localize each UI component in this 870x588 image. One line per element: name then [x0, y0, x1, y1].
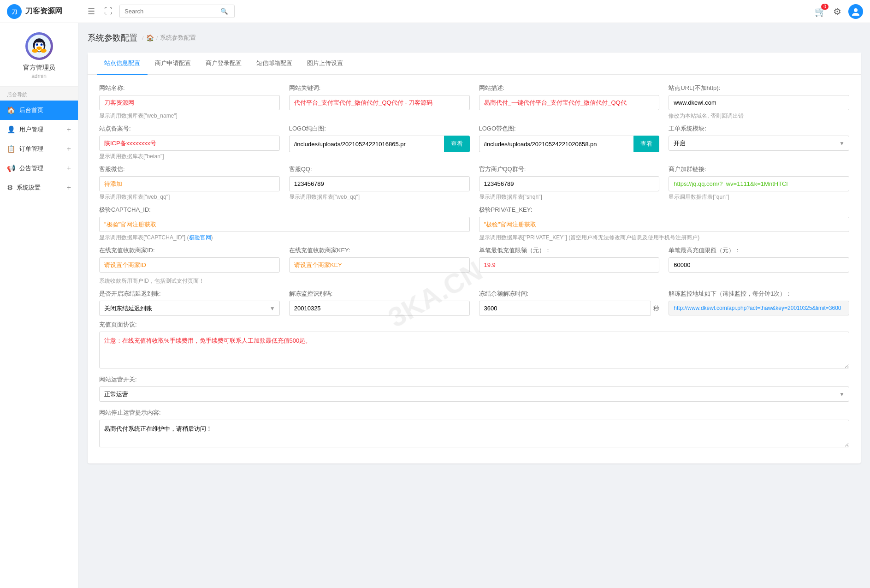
captcha-id-input[interactable] [99, 217, 470, 232]
site-desc-input[interactable] [479, 95, 660, 110]
logo-color-label: LOGO带色图: [479, 125, 660, 133]
captcha-id-group: 极验CAPTCHA_ID: 显示调用数据库表["CAPTCHA_ID"] (极验… [99, 206, 470, 242]
tabs-container: 站点信息配置 商户申请配置 商户登录配置 短信邮箱配置 图片上传设置 [88, 53, 861, 75]
stop-msg-label: 网站停止运营提示内容: [99, 409, 849, 417]
min-recharge-label: 单笔最低充值限额（元）： [479, 246, 660, 255]
search-input[interactable] [120, 5, 217, 18]
logo-icon: 刀 [7, 4, 22, 19]
freeze-redirect-label: 是否开启冻结延迟到账: [99, 290, 280, 298]
page-header: 系统参数配置 / 🏠 / 系统参数配置 [88, 32, 861, 43]
settings-nav-icon: ⚙ [7, 184, 13, 192]
sidebar-item-announcements[interactable]: 📢 公告管理 + [0, 159, 78, 178]
sidebar-user-info: 官方管理员 admin [0, 23, 78, 87]
sidebar-item-settings[interactable]: ⚙ 系统设置 + [0, 178, 78, 197]
private-key-group: 极验PRIVATE_KEY: 显示调用数据库表["PRIVATE_KEY"] (… [479, 206, 850, 242]
icp-input[interactable] [99, 136, 280, 151]
settings-button[interactable]: ⚙ [833, 6, 841, 17]
customer-wechat-input[interactable] [99, 176, 280, 191]
tab-merchant-apply[interactable]: 商户申请配置 [148, 53, 198, 75]
logo-white-view-btn[interactable]: 查看 [444, 136, 470, 152]
freeze-time-input[interactable] [479, 301, 651, 316]
hamburger-button[interactable]: ☰ [85, 4, 97, 19]
private-key-input[interactable] [479, 217, 850, 232]
logo-color-input-wrapper: 查看 [479, 136, 660, 152]
logo-color-input[interactable] [479, 136, 634, 152]
recharge-id-group: 在线充值收款商家ID: [99, 246, 280, 273]
svg-point-11 [41, 44, 42, 45]
max-recharge-input[interactable] [669, 257, 849, 273]
freeze-redirect-select-wrapper: 关闭东结延迟到账 开启冻结延迟到账 ▼ [99, 301, 280, 316]
site-url-label: 站点URL(不加http): [669, 84, 849, 92]
customer-qq-input[interactable] [289, 176, 470, 191]
freeze-url-display: http://www.dkewl.com/api.php?act=thaw&ke… [669, 301, 849, 315]
official-qq-input[interactable] [479, 176, 660, 191]
announcements-icon: 📢 [7, 164, 16, 172]
search-button[interactable]: 🔍 [217, 5, 232, 18]
merchant-join-input[interactable] [669, 176, 849, 191]
customer-qq-label: 客服QQ: [289, 165, 470, 173]
sidebar-item-dashboard-label: 后台首页 [19, 106, 43, 114]
sidebar-item-users-label: 用户管理 [19, 125, 43, 134]
min-recharge-input[interactable] [479, 257, 660, 273]
tab-merchant-login[interactable]: 商户登录配置 [198, 53, 249, 75]
user-avatar-button[interactable] [848, 4, 863, 19]
customer-wechat-group: 客服微信: 显示调用数据库表["web_qq"] [99, 165, 280, 201]
site-keywords-input[interactable] [289, 95, 470, 110]
icp-group: 站点备案号: 显示调用数据库表["beian"] [99, 125, 280, 160]
tab-site-info[interactable]: 站点信息配置 [97, 53, 148, 75]
recharge-id-input[interactable] [99, 257, 280, 273]
sidebar-username: 官方管理员 [23, 64, 55, 72]
freeze-code-input[interactable] [289, 301, 470, 316]
operation-select[interactable]: 正常运营 停止运营 [99, 386, 849, 402]
logo-white-input[interactable] [289, 136, 444, 152]
dashboard-icon: 🏠 [7, 106, 16, 114]
merchant-join-group: 商户加群链接: 显示调用数据库表["qun"] [669, 165, 849, 201]
customer-qq-hint: 显示调用数据库表["web_qq"] [289, 193, 470, 201]
settings-add-icon: + [67, 184, 71, 192]
site-name-label: 网站名称: [99, 84, 280, 92]
tab-sms-email[interactable]: 短信邮箱配置 [249, 53, 300, 75]
form-row-freeze: 是否开启冻结延迟到账: 关闭东结延迟到账 开启冻结延迟到账 ▼ 解冻监控识别码:… [99, 290, 849, 316]
recharge-key-label: 在线充值收款商家KEY: [289, 246, 470, 255]
svg-point-2 [854, 8, 858, 12]
sidebar-item-dashboard[interactable]: 🏠 后台首页 [0, 101, 78, 120]
logo-color-view-btn[interactable]: 查看 [633, 136, 659, 152]
header-right: 🛒 0 ⚙ [815, 4, 863, 19]
logo-white-label: LOGO纯白图: [289, 125, 470, 133]
official-qq-group: 官方商户QQ群号: 显示调用数据库表["shqh"] [479, 165, 660, 201]
sidebar-item-users[interactable]: 👤 用户管理 + [0, 120, 78, 139]
sidebar-item-orders-label: 订单管理 [19, 145, 43, 153]
recharge-key-group: 在线充值收款商家KEY: [289, 246, 470, 273]
header-controls: ☰ ⛶ 🔍 [85, 4, 815, 19]
sidebar-item-settings-label: 系统设置 [17, 184, 41, 192]
sidebar: 官方管理员 admin 后台导航 🏠 后台首页 👤 用户管理 + 📋 订单管理 … [0, 23, 78, 588]
recharge-key-input[interactable] [289, 257, 470, 273]
merchant-join-hint: 显示调用数据库表["qun"] [669, 193, 849, 201]
form-row-1: 网站名称: 显示调用数据库表["web_name"] 网站关键词: 网站描述: … [99, 84, 849, 120]
fullscreen-button[interactable]: ⛶ [102, 4, 115, 18]
operation-label: 网站运营开关: [99, 375, 849, 384]
captcha-id-hint: 显示调用数据库表["CAPTCHA_ID"] (极验官网) [99, 234, 470, 242]
captcha-link[interactable]: 极验官网 [189, 234, 211, 241]
max-recharge-label: 单笔最高充值限额（元）： [669, 246, 849, 255]
logo-white-group: LOGO纯白图: 查看 [289, 125, 470, 160]
site-name-input[interactable] [99, 95, 280, 110]
stop-msg-textarea[interactable]: 易商代付系统正在维护中，请稍后访问！ [99, 420, 849, 447]
freeze-code-label: 解冻监控识别码: [289, 290, 470, 298]
freeze-redirect-group: 是否开启冻结延迟到账: 关闭东结延迟到账 开启冻结延迟到账 ▼ [99, 290, 280, 316]
notification-button[interactable]: 🛒 0 [815, 6, 826, 17]
min-recharge-group: 单笔最低充值限额（元）： [479, 246, 660, 273]
main-content: 系统参数配置 / 🏠 / 系统参数配置 站点信息配置 商户申请配置 商户登录配置… [78, 23, 870, 588]
search-box: 🔍 [119, 5, 235, 18]
work-module-select[interactable]: 开启 关闭 [669, 136, 849, 151]
freeze-redirect-select[interactable]: 关闭东结延迟到账 开启冻结延迟到账 [99, 301, 280, 316]
work-module-group: 工单系统模块: 开启 关闭 ▼ [669, 125, 849, 160]
site-keywords-group: 网站关键词: [289, 84, 470, 120]
site-url-input[interactable] [669, 95, 849, 110]
tab-image-upload[interactable]: 图片上传设置 [300, 53, 350, 75]
freeze-time-group: 冻结余额解冻时间: 秒 [479, 290, 660, 316]
sidebar-item-orders[interactable]: 📋 订单管理 + [0, 139, 78, 159]
users-icon: 👤 [7, 125, 16, 134]
agreement-textarea[interactable]: 注意：在线充值将收取%手续费用，免手续费可联系人工加款最低充值500起。 [99, 332, 849, 368]
customer-wechat-hint: 显示调用数据库表["web_qq"] [99, 193, 280, 201]
